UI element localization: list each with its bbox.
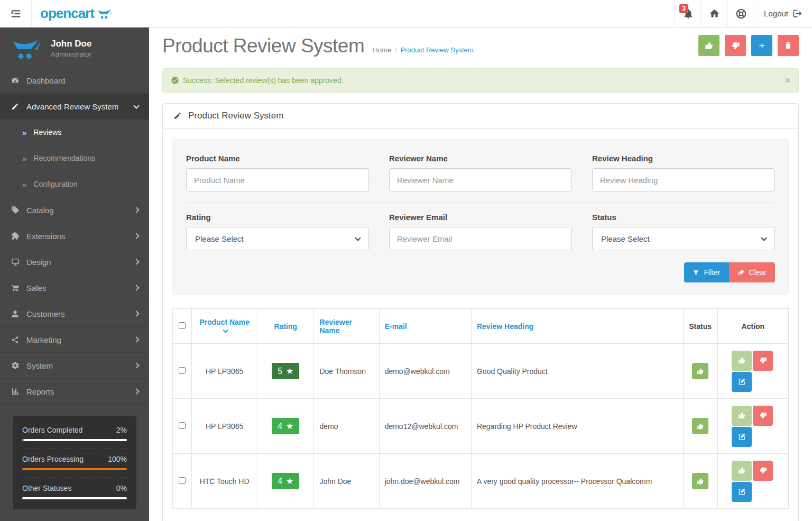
status-approved-button[interactable] — [692, 473, 708, 489]
status-approved-button[interactable] — [692, 418, 708, 434]
filter-field-rating: Rating Please Select — [186, 213, 369, 250]
disapprove-review-button[interactable] — [753, 461, 773, 481]
status-select[interactable]: Please Select — [592, 227, 775, 250]
stat-value: 2% — [116, 426, 127, 434]
thumbs-up-icon — [697, 423, 704, 430]
rating-label: Rating — [186, 213, 369, 222]
approve-review-button[interactable] — [732, 406, 752, 426]
rating-badge: 5 ★ — [272, 363, 299, 379]
chevron-right-icon — [133, 336, 139, 342]
filter-button[interactable]: Filter — [684, 262, 728, 282]
sort-rating[interactable]: Rating — [274, 322, 298, 331]
trash-icon — [784, 41, 792, 50]
status-approved-button[interactable] — [692, 363, 708, 379]
row-actions — [731, 405, 774, 447]
sort-reviewer-name[interactable]: Reviewer Name — [319, 318, 352, 335]
logout-label: Logout — [764, 9, 788, 18]
row-actions — [731, 350, 774, 392]
sidebar-item-configuration[interactable]: » Configuration — [0, 171, 149, 197]
thumbs-down-icon — [731, 41, 740, 50]
filter-well: Product Name Reviewer Name Review Headin… — [172, 139, 789, 295]
sidebar-item-sales[interactable]: Sales — [0, 275, 149, 301]
sidebar-item-label: Configuration — [33, 180, 139, 188]
sort-email[interactable]: E-mail — [385, 322, 407, 331]
select-all-checkbox[interactable] — [179, 322, 186, 329]
approve-review-button[interactable] — [732, 351, 752, 371]
edit-review-button[interactable] — [732, 372, 752, 392]
notifications-button[interactable]: 3 — [675, 0, 701, 27]
select-row-checkbox[interactable] — [179, 367, 186, 374]
disapprove-review-button[interactable] — [753, 351, 773, 371]
chevron-right-icon — [133, 310, 139, 316]
disapprove-review-button[interactable] — [753, 406, 773, 426]
thumbs-up-icon — [697, 478, 704, 485]
pencil-icon — [11, 103, 20, 111]
edit-icon — [738, 433, 746, 441]
sidebar: John Doe Administrator Dashboard Advance… — [0, 28, 149, 521]
add-review-button[interactable] — [751, 35, 772, 56]
sidebar-toggle-button[interactable] — [0, 0, 32, 27]
sidebar-item-system[interactable]: System — [0, 353, 149, 379]
review-heading-input[interactable] — [592, 168, 775, 191]
sidebar-item-label: Sales — [26, 284, 127, 293]
filter-row-divider — [186, 202, 775, 203]
filter-actions: Filter Clear — [186, 262, 775, 282]
approve-selected-button[interactable] — [698, 35, 719, 56]
reviewer-email-input[interactable] — [389, 227, 572, 250]
sidebar-item-reports[interactable]: Reports — [0, 379, 149, 405]
star-icon: ★ — [286, 421, 293, 431]
chevron-right-icon — [133, 259, 139, 264]
dashboard-icon — [11, 76, 20, 85]
opencart-logo[interactable]: opencart — [32, 0, 122, 27]
sidebar-item-advanced-review-system[interactable]: Advanced Review System — [0, 94, 149, 120]
thumbs-up-icon — [738, 412, 746, 419]
sidebar-item-marketing[interactable]: Marketing — [0, 327, 149, 353]
stat-label: Orders Processing — [22, 455, 84, 463]
breadcrumb-home[interactable]: Home — [373, 46, 391, 54]
clear-button[interactable]: Clear — [729, 262, 775, 282]
sidebar-item-catalog[interactable]: Catalog — [0, 197, 149, 223]
sidebar-item-label: System — [26, 361, 127, 370]
home-button[interactable] — [701, 0, 727, 27]
double-angle-icon: » — [22, 154, 26, 163]
sidebar-item-label: Extensions — [26, 232, 127, 241]
progress-fill — [22, 468, 127, 470]
sidebar-item-extensions[interactable]: Extensions — [0, 223, 149, 249]
logout-button[interactable]: Logout — [754, 0, 812, 27]
edit-icon — [738, 488, 746, 496]
rating-badge: 4 ★ — [272, 473, 299, 489]
cart-icon — [11, 284, 20, 292]
product-name-input[interactable] — [186, 168, 369, 191]
help-button[interactable] — [727, 0, 754, 27]
thumbs-up-icon — [697, 368, 704, 375]
sidebar-item-reviews[interactable]: » Reviews — [0, 120, 149, 145]
approve-review-button[interactable] — [732, 461, 752, 481]
table-header-row: Product Name Rating Reviewer Name E-mail… — [173, 309, 789, 344]
sort-product-name[interactable]: Product Name — [199, 318, 250, 326]
sidebar-item-design[interactable]: Design — [0, 249, 149, 275]
edit-review-button[interactable] — [732, 482, 752, 502]
double-angle-icon: » — [22, 180, 26, 189]
review-heading-label: Review Heading — [592, 154, 775, 163]
life-ring-icon — [735, 8, 747, 20]
star-icon: ★ — [286, 366, 293, 376]
reviewer-name-input[interactable] — [389, 168, 572, 191]
breadcrumb-separator: / — [395, 46, 397, 54]
menu-toggle-icon — [11, 8, 21, 19]
home-icon — [709, 8, 720, 19]
product-name-label: Product Name — [186, 154, 369, 163]
disapprove-selected-button[interactable] — [725, 35, 746, 56]
stat-value: 100% — [108, 455, 127, 463]
select-row-checkbox[interactable] — [179, 422, 186, 429]
rating-select[interactable]: Please Select — [186, 227, 369, 250]
sort-review-heading[interactable]: Review Heading — [477, 322, 533, 331]
select-row-checkbox[interactable] — [179, 477, 186, 484]
sidebar-item-customers[interactable]: Customers — [0, 301, 149, 327]
alert-close-button[interactable]: × — [785, 76, 790, 85]
topbar: opencart 3 — [0, 0, 812, 28]
edit-review-button[interactable] — [732, 427, 752, 447]
check-circle-icon — [171, 76, 179, 85]
sidebar-item-dashboard[interactable]: Dashboard — [0, 68, 149, 94]
delete-selected-button[interactable] — [778, 35, 799, 56]
sidebar-item-recommendations[interactable]: » Recommendations — [0, 145, 149, 171]
